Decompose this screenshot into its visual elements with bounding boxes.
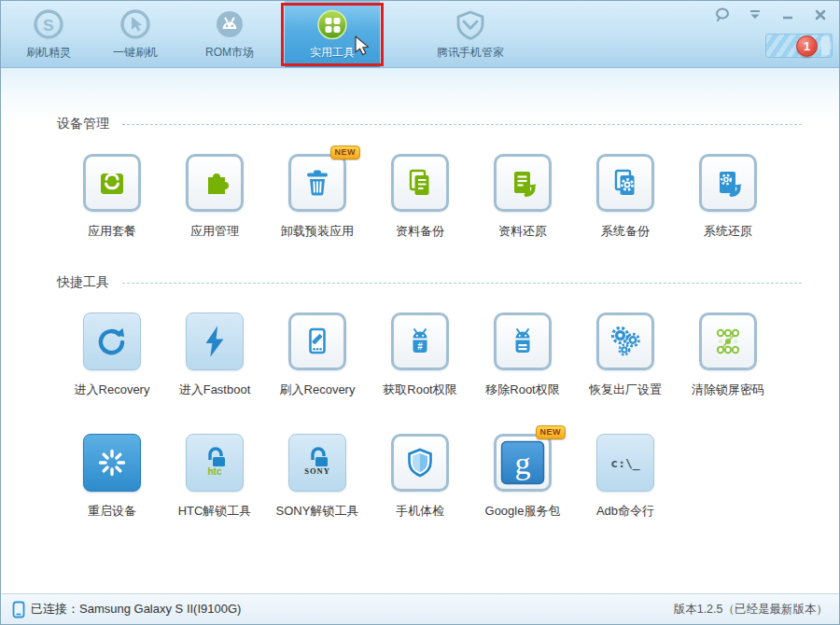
enter-recovery-button[interactable] [83, 312, 141, 370]
reboot-device-icon [93, 444, 131, 481]
tool-item-enter-recovery[interactable]: 进入Recovery [61, 312, 163, 398]
tool-label: 进入Fastboot [179, 382, 251, 398]
system-backup-button[interactable] [596, 154, 654, 212]
update-progress-button[interactable]: 1 [765, 34, 833, 58]
sony-unlock-button[interactable]: SONY [288, 434, 346, 492]
remove-root-button[interactable] [494, 312, 552, 370]
enter-recovery-icon [92, 322, 132, 361]
tool-label: 应用套餐 [88, 223, 136, 240]
tool-item-system-backup[interactable]: 系统备份 [574, 154, 677, 240]
tool-item-uninstall-preinstalled[interactable]: NEW 卸载预装应用 [266, 154, 369, 240]
factory-reset-button[interactable] [596, 312, 654, 370]
enter-fastboot-icon [195, 322, 234, 361]
tab-label: ROM市场 [205, 45, 254, 61]
tool-item-flash-recovery[interactable]: 刷入Recovery [266, 312, 369, 398]
tool-item-htc-unlock[interactable]: htc HTC解锁工具 [163, 434, 266, 520]
tool-item-data-restore[interactable]: 资料还原 [471, 154, 574, 240]
tool-label: 卸载预装应用 [281, 223, 354, 240]
phone-checkup-icon [401, 444, 439, 481]
tool-item-remove-root[interactable]: 移除Root权限 [471, 312, 574, 398]
remove-root-icon [504, 323, 541, 360]
sony-unlock-icon: SONY [297, 442, 338, 483]
tool-item-app-bundle[interactable]: 应用套餐 [61, 154, 163, 240]
tab-shuaji-jingling[interactable]: S 刷机精灵 [7, 1, 91, 67]
quick-tools-grid: 进入Recovery 进入Fastboot [1, 312, 785, 520]
svg-text:htc: htc [208, 466, 222, 477]
tool-item-adb-command[interactable]: c:\_ Adb命令行 [574, 434, 677, 520]
tool-item-phone-checkup[interactable]: 手机体检 [369, 434, 471, 520]
section-device-management: 设备管理 [57, 115, 802, 133]
tool-item-enter-fastboot[interactable]: 进入Fastboot [163, 312, 266, 398]
tool-item-google-services[interactable]: g NEW Google服务包 [471, 434, 574, 520]
tab-tencent-phone-manager[interactable]: 腾讯手机管家 [400, 1, 540, 67]
tab-bar: S 刷机精灵 一键刷机 ROM市场 [1, 1, 839, 68]
tool-label: 获取Root权限 [383, 382, 456, 398]
google-services-button[interactable]: g NEW [494, 434, 552, 492]
get-root-button[interactable]: # [391, 312, 449, 370]
system-restore-icon [709, 164, 747, 201]
tool-item-factory-reset[interactable]: 恢复出厂设置 [574, 312, 677, 398]
svg-text:SONY: SONY [304, 466, 330, 476]
clear-lockscreen-button[interactable] [699, 312, 757, 370]
app-manage-icon [196, 164, 233, 201]
tool-label: SONY解锁工具 [276, 503, 359, 520]
notification-badge[interactable]: 1 [796, 35, 818, 57]
htc-unlock-icon: htc [194, 442, 235, 483]
tab-utility-tools[interactable]: 实用工具 [285, 1, 380, 67]
data-restore-button[interactable] [494, 154, 552, 212]
system-restore-button[interactable] [699, 154, 757, 212]
one-key-flash-icon [118, 7, 153, 43]
get-root-icon: # [401, 323, 439, 360]
tool-label: 进入Recovery [75, 382, 150, 398]
tool-item-data-backup[interactable]: 资料备份 [369, 154, 471, 240]
tool-item-reboot-device[interactable]: 重启设备 [61, 434, 163, 520]
data-restore-icon [504, 164, 541, 201]
reboot-device-button[interactable] [83, 434, 141, 492]
skin-icon[interactable] [746, 6, 764, 24]
tool-item-system-restore[interactable]: 系统还原 [677, 154, 779, 240]
tool-label: 清除锁屏密码 [692, 382, 764, 398]
tool-label: 刷入Recovery [280, 382, 356, 398]
new-badge: NEW [330, 146, 361, 160]
tool-label: HTC解锁工具 [178, 503, 252, 520]
phone-checkup-button[interactable] [391, 434, 449, 492]
tab-label: 腾讯手机管家 [437, 45, 504, 61]
message-icon[interactable] [713, 6, 732, 24]
adb-command-button[interactable]: c:\_ [596, 434, 654, 492]
htc-unlock-button[interactable]: htc [186, 434, 244, 492]
uninstall-preinstalled-button[interactable]: NEW [288, 154, 346, 212]
tab-label: 实用工具 [310, 45, 355, 61]
tab-label: 刷机精灵 [26, 45, 71, 61]
app-window: S 刷机精灵 一键刷机 ROM市场 [0, 0, 840, 625]
close-icon[interactable] [811, 6, 830, 24]
status-bar: 已连接：Samsung Galaxy S II(I9100G) 版本1.2.5（… [1, 593, 839, 624]
shuaji-logo-icon: S [31, 7, 66, 43]
app-manage-button[interactable] [186, 154, 244, 212]
tab-rom-market[interactable]: ROM市场 [180, 1, 279, 67]
connection-status: 已连接：Samsung Galaxy S II(I9100G) [12, 601, 241, 618]
tool-label: 重启设备 [88, 503, 136, 520]
tool-label: 系统还原 [704, 223, 752, 240]
version-text: 版本1.2.5（已经是最新版本） [674, 602, 828, 618]
tool-label: 资料备份 [396, 223, 444, 240]
minimize-icon[interactable] [778, 6, 797, 24]
enter-fastboot-button[interactable] [186, 312, 244, 370]
app-bundle-button[interactable] [83, 154, 141, 212]
flash-recovery-icon [299, 323, 336, 360]
tool-item-get-root[interactable]: # 获取Root权限 [369, 312, 471, 398]
section-quick-tools: 快捷工具 [57, 273, 802, 292]
window-controls [713, 6, 830, 24]
rom-market-icon [212, 7, 247, 43]
tab-one-key-flash[interactable]: 一键刷机 [91, 1, 180, 67]
tool-item-clear-lockscreen[interactable]: 清除锁屏密码 [677, 312, 779, 398]
svg-text:S: S [43, 17, 53, 35]
tool-item-sony-unlock[interactable]: SONY SONY解锁工具 [266, 434, 369, 520]
tool-label: 资料还原 [498, 223, 547, 240]
data-backup-button[interactable] [391, 154, 449, 212]
tool-item-app-manage[interactable]: 应用管理 [163, 154, 266, 240]
flash-recovery-button[interactable] [288, 312, 346, 370]
adb-command-icon: c:\_ [605, 442, 646, 483]
uninstall-preinstalled-icon [299, 164, 336, 201]
section-divider [122, 124, 802, 125]
tab-label: 一键刷机 [113, 45, 158, 61]
